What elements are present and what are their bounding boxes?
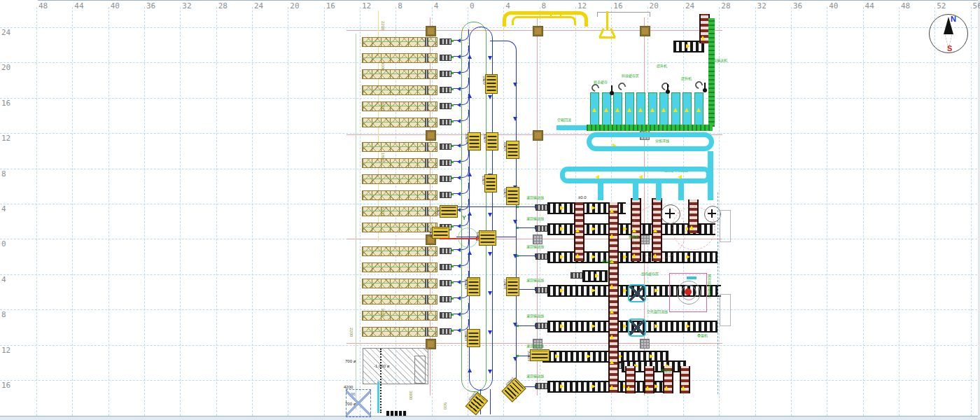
agv-vehicle[interactable]: 4#AGV — [506, 141, 519, 159]
rack-pick-station[interactable] — [440, 38, 451, 45]
building-column — [533, 130, 543, 141]
accumulation-lane[interactable] — [602, 92, 611, 129]
path-arrow — [560, 227, 566, 231]
accumulation-lane[interactable] — [694, 92, 704, 129]
pallet-rack-row[interactable] — [362, 327, 438, 337]
shuttle-2[interactable] — [628, 318, 646, 337]
shuttle-1[interactable] — [628, 284, 646, 302]
pallet-rack-row[interactable] — [362, 246, 438, 256]
green-belt-vertical[interactable] — [708, 18, 715, 127]
pallet-rack-row[interactable] — [362, 118, 438, 127]
accumulation-lane[interactable] — [613, 92, 622, 129]
ruler-left-label: 16 — [1, 381, 10, 390]
pit-hatched-area-2[interactable] — [414, 356, 426, 384]
chain-conveyor[interactable] — [680, 366, 690, 393]
rack-pick-station[interactable] — [440, 144, 451, 150]
chain-conveyor[interactable] — [608, 202, 619, 393]
agv-vehicle[interactable]: 15#AGV — [530, 349, 550, 361]
buffer-loop-band[interactable] — [560, 167, 711, 183]
chain-conveyor[interactable] — [574, 202, 584, 261]
pallet-rack-row[interactable] — [362, 223, 438, 232]
path-arrow — [610, 206, 614, 213]
pallet-rack-row[interactable] — [362, 85, 438, 95]
path-arrow — [595, 274, 601, 278]
agv-vehicle[interactable]: 3#AGV — [486, 132, 498, 150]
ruler-top-label: 32 — [757, 1, 766, 10]
pallet-rack-row[interactable] — [362, 69, 438, 79]
cyan-drop-5[interactable] — [708, 151, 713, 200]
agv-branch-curve[interactable] — [490, 41, 517, 69]
pallet-rack-row[interactable] — [362, 206, 438, 216]
charger-box[interactable] — [346, 389, 371, 417]
agv-vehicle[interactable]: 6#AGV — [506, 187, 519, 205]
accumulation-lane[interactable] — [659, 92, 668, 129]
path-arrow — [488, 330, 492, 337]
grid-line-v — [180, 7, 181, 416]
rack-pick-station[interactable] — [440, 328, 451, 335]
pallet-rack-row[interactable] — [362, 102, 438, 111]
cyan-drop-2[interactable] — [633, 182, 638, 200]
pallet-rack-row[interactable] — [362, 262, 438, 272]
ruler-top-label: 8 — [542, 1, 547, 10]
pallet-rack-row[interactable] — [362, 174, 438, 184]
pallet-rack-row[interactable] — [362, 190, 438, 200]
path-arrow — [610, 383, 614, 389]
rack-pick-station[interactable] — [440, 176, 451, 182]
pallet-rack-row[interactable] — [362, 53, 438, 63]
agv-vehicle[interactable]: 11#AGV — [506, 277, 519, 296]
pallet-rack-row[interactable] — [362, 142, 438, 152]
accumulation-lane[interactable] — [636, 92, 645, 129]
green-belt-horizontal[interactable] — [587, 125, 713, 131]
ruler-top-label: 28 — [721, 1, 730, 10]
agv-vehicle[interactable]: 14#AGV — [501, 377, 526, 402]
pallet-rack-row[interactable] — [362, 158, 438, 168]
rack-pick-station[interactable] — [440, 280, 451, 286]
rack-pick-station[interactable] — [440, 248, 451, 254]
rack-pick-station[interactable] — [440, 312, 451, 318]
rack-pick-station[interactable] — [440, 55, 451, 61]
roller-conveyor[interactable] — [582, 270, 608, 282]
agv-vehicle[interactable]: 2#AGV — [468, 132, 481, 150]
cad-viewport[interactable]: 4844403632282420161284048121620242832364… — [0, 0, 980, 420]
palletizer-cell[interactable] — [669, 273, 707, 312]
accumulation-lane[interactable] — [625, 92, 634, 129]
pallet-rack-row[interactable] — [362, 37, 438, 47]
accumulation-lane[interactable] — [648, 92, 657, 129]
cyan-feed-line[interactable] — [556, 125, 589, 130]
rack-pick-station[interactable] — [440, 192, 451, 198]
accumulation-lane[interactable] — [590, 92, 599, 129]
rack-pick-station[interactable] — [440, 296, 451, 302]
pallet-rack-row[interactable] — [362, 279, 438, 288]
pallet-rack-row[interactable] — [362, 311, 438, 321]
agv-vehicle[interactable]: 13#AGV — [465, 392, 489, 416]
cyan-drop-4[interactable] — [678, 182, 684, 200]
chain-conveyor[interactable] — [644, 366, 654, 393]
agv-vehicle[interactable]: 1#AGV — [485, 74, 498, 94]
accumulation-lane[interactable] — [682, 92, 692, 129]
rack-pick-station[interactable] — [440, 87, 451, 93]
rack-pick-station[interactable] — [440, 103, 451, 109]
cyan-drop-1[interactable] — [598, 182, 603, 200]
rack-pick-station[interactable] — [440, 160, 451, 166]
pallet-rack-row[interactable] — [362, 295, 438, 304]
rack-pick-station[interactable] — [440, 264, 451, 270]
agv-vehicle[interactable]: 12#AGV — [467, 329, 480, 347]
agv-vehicle[interactable]: 10#AGV — [467, 277, 480, 296]
path-arrow — [488, 291, 492, 298]
agv-exit-path[interactable] — [490, 389, 491, 414]
cyan-drop-3[interactable] — [656, 182, 662, 200]
path-arrow — [560, 255, 566, 259]
road-marking-u-inner — [512, 16, 576, 25]
robot-center — [685, 288, 692, 295]
sorting-loop-oval[interactable] — [587, 132, 714, 151]
rack-pick-station[interactable] — [440, 71, 451, 77]
agv-vehicle[interactable]: 8#AGV — [432, 227, 449, 239]
chain-conveyor[interactable] — [625, 366, 636, 393]
compass-rose[interactable]: N S — [929, 14, 969, 54]
rack-pick-station[interactable] — [440, 119, 451, 125]
agv-label: 14#AGV — [505, 377, 514, 386]
hanger-icon-3 — [704, 83, 706, 92]
agv-vehicle[interactable]: 5#AGV — [484, 174, 497, 192]
accumulation-lane[interactable] — [671, 92, 680, 129]
agv-vehicle[interactable]: 7#AGV — [440, 205, 458, 218]
